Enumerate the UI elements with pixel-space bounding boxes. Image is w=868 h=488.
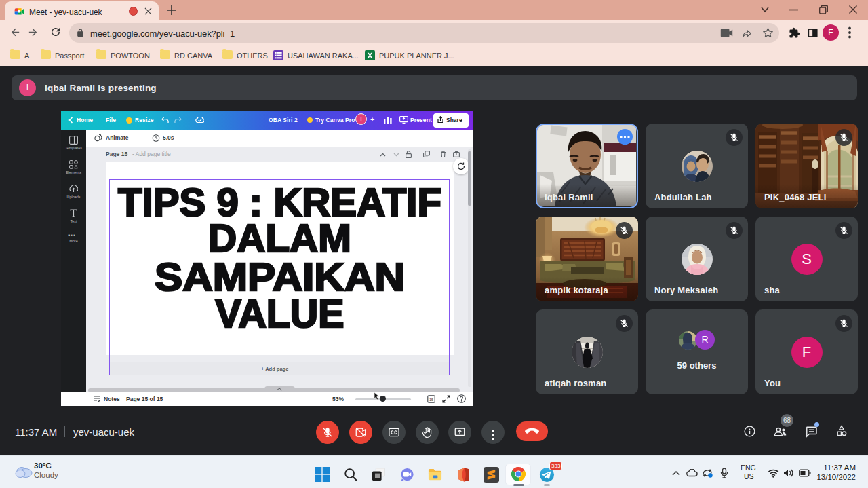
svg-text:15: 15 <box>429 398 433 402</box>
